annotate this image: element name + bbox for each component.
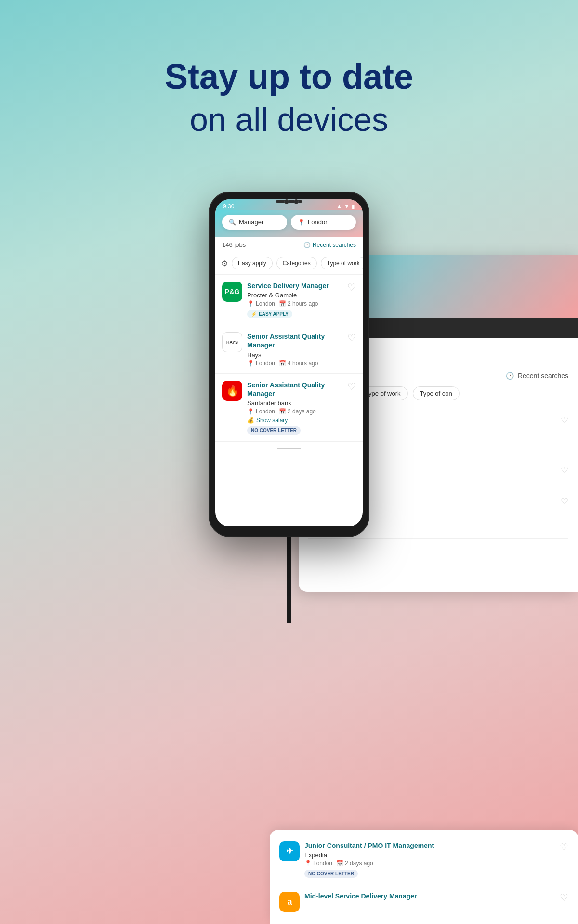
time-3: 📅 2 days ago [279, 408, 316, 415]
search-icon: 🔍 [229, 219, 236, 226]
heart-btn-2[interactable]: ♡ [347, 332, 356, 344]
heart-btn-1[interactable]: ♡ [347, 282, 356, 293]
clock-icon-2: 📅 [279, 360, 286, 367]
headline-line1: Stay up to date [0, 58, 578, 96]
pin-icon-3: 📍 [247, 408, 254, 415]
phone-stand [287, 536, 291, 623]
tablet-heart-2[interactable]: ♡ [561, 465, 568, 475]
tablet-clock-icon: 🕐 [506, 372, 514, 380]
signal-icon: ▼ [344, 203, 350, 210]
job-title-3: Senior Assistant Quality Manager [247, 381, 342, 398]
tablet-heart-1[interactable]: ♡ [561, 415, 568, 425]
recent-searches-link[interactable]: 🕐 Recent searches [303, 242, 356, 248]
phone-outer: 9:30 ▲ ▼ ▮ 🔍 Manager 📍 London [210, 192, 368, 536]
headline-section: Stay up to date on all devices [0, 0, 578, 138]
phone-search-row: 🔍 Manager 📍 London [222, 215, 356, 230]
job-details-2: Senior Assistant Quality Manager Hays 📍 … [247, 332, 342, 366]
extra-job-title-2: Mid-level Service Delivery Manager [304, 892, 555, 900]
extra-location-time-1: 📍 London 📅 2 days ago [304, 860, 555, 867]
job-title-2: Senior Assistant Quality Manager [247, 332, 342, 349]
extra-no-cover-1: NO COVER LETTER [304, 870, 358, 878]
clock-icon-1: 📅 [279, 300, 286, 307]
extra-company-1: Expedia [304, 851, 555, 859]
phone-location-text: London [308, 218, 328, 226]
tablet-recent-text: Recent searches [518, 372, 568, 380]
phone-job-search-text: Manager [239, 218, 263, 226]
filter-sliders-icon[interactable]: ⚙ [221, 259, 228, 268]
phone-mockup: 9:30 ▲ ▼ ▮ 🔍 Manager 📍 London [210, 192, 368, 623]
salary-icon: 💰 [247, 417, 254, 424]
extra-job-details-2: Mid-level Service Delivery Manager [304, 892, 555, 900]
jobs-count: 146 jobs [222, 241, 246, 248]
cal-icon-extra-1: 📅 [336, 860, 343, 867]
job-title-1: Service Delivery Manager [247, 282, 342, 290]
location-icon: 📍 [298, 219, 305, 226]
pin-icon-extra-1: 📍 [304, 860, 312, 867]
tablet-filter-type-con[interactable]: Type of con [413, 386, 460, 400]
easy-apply-badge-1: ⚡ EASY APPLY [247, 310, 292, 318]
wifi-icon: ▲ [336, 203, 342, 210]
extra-pin-1: 📍 London [304, 860, 332, 867]
company-logo-pg: P&G [222, 282, 242, 302]
time-1: 📅 2 hours ago [279, 300, 318, 307]
location-2: 📍 London [247, 360, 275, 367]
phone-search-area: 🔍 Manager 📍 London [215, 210, 363, 237]
tablet-heart-3[interactable]: ♡ [561, 496, 568, 507]
location-3: 📍 London [247, 408, 275, 415]
filter-chip-type-work[interactable]: Type of work [321, 257, 363, 270]
company-name-1: Procter & Gamble [247, 292, 342, 299]
filter-chip-easy-apply[interactable]: Easy apply [232, 257, 273, 270]
filter-chip-categories[interactable]: Categories [276, 257, 317, 270]
job-card-1[interactable]: P&G Service Delivery Manager Procter & G… [215, 275, 363, 325]
phone-job-search[interactable]: 🔍 Manager [222, 215, 287, 230]
battery-icon: ▮ [352, 203, 355, 210]
job-location-time-2: 📍 London 📅 4 hours ago [247, 360, 342, 367]
job-location-time-3: 📍 London 📅 2 days ago [247, 408, 342, 415]
phone-location-search[interactable]: 📍 London [291, 215, 356, 230]
phone-screen: 9:30 ▲ ▼ ▮ 🔍 Manager 📍 London [215, 199, 363, 526]
job-card-2[interactable]: HAYS Senior Assistant Quality Manager Ha… [215, 325, 363, 373]
badge-icon-1: ⚡ [251, 311, 257, 317]
camera-2 [294, 199, 299, 204]
extra-time-1: 📅 2 days ago [336, 860, 373, 867]
jobs-count-row: 146 jobs 🕐 Recent searches [215, 237, 363, 252]
extra-cards-panel: ✈ Junior Consultant / PMO IT Management … [270, 830, 578, 924]
clock-icon: 🕐 [303, 242, 311, 248]
pin-icon-2: 📍 [247, 360, 254, 367]
phone-time: 9:30 [223, 203, 234, 210]
recent-searches-text: Recent searches [313, 242, 356, 248]
pin-icon-1: 📍 [247, 300, 254, 307]
extra-job-title-1: Junior Consultant / PMO IT Management [304, 841, 555, 850]
company-name-3: Santander bank [247, 399, 342, 407]
company-logo-santander: 🔥 [222, 381, 242, 401]
headline-line2: on all devices [0, 101, 578, 138]
extra-heart-1[interactable]: ♡ [560, 841, 568, 853]
extra-job-details-1: Junior Consultant / PMO IT Management Ex… [304, 841, 555, 878]
time-2: 📅 4 hours ago [279, 360, 318, 367]
location-1: 📍 London [247, 300, 275, 307]
extra-heart-2[interactable]: ♡ [560, 892, 568, 903]
extra-job-card-2[interactable]: a Mid-level Service Delivery Manager ♡ [279, 885, 568, 919]
job-location-time-1: 📍 London 📅 2 hours ago [247, 300, 342, 307]
no-cover-badge-3: NO COVER LETTER [247, 426, 301, 435]
clock-icon-3: 📅 [279, 408, 286, 415]
extra-job-card-1[interactable]: ✈ Junior Consultant / PMO IT Management … [279, 834, 568, 885]
company-name-2: Hays [247, 351, 342, 359]
show-salary-link[interactable]: 💰 Show salary [247, 417, 342, 424]
company-logo-hays: HAYS [222, 332, 242, 352]
heart-btn-3[interactable]: ♡ [347, 381, 356, 392]
job-details-1: Service Delivery Manager Procter & Gambl… [247, 282, 342, 318]
phone-bottom-bar [215, 442, 363, 455]
job-details-3: Senior Assistant Quality Manager Santand… [247, 381, 342, 435]
company-logo-amazon: a [279, 892, 300, 912]
bottom-home-indicator [277, 448, 301, 449]
company-logo-expedia: ✈ [279, 841, 300, 861]
job-card-3[interactable]: 🔥 Senior Assistant Quality Manager Santa… [215, 374, 363, 442]
phone-cameras [284, 199, 299, 204]
camera-1 [284, 199, 289, 204]
status-icons: ▲ ▼ ▮ [336, 203, 355, 210]
phone-filter-bar: ⚙ Easy apply Categories Type of work [215, 252, 363, 275]
